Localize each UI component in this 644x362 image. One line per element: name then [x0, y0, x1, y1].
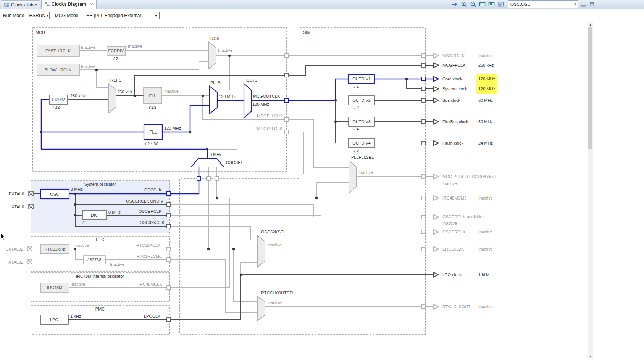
sim-port-flash-clock[interactable]: [421, 141, 425, 145]
outdiv2-label: OUTDIV2: [352, 98, 371, 103]
pllfllsel-mux[interactable]: [349, 161, 357, 193]
output-value-pllfll-clock: Inactive: [442, 181, 457, 186]
output-value-system-clock: 120 MHz: [478, 87, 495, 91]
diagram-canvas[interactable]: MCG SIM System oscillator RTC IRC48M int…: [3, 22, 593, 359]
port-lpoclk[interactable]: [167, 318, 171, 322]
arrow-erclk32k: [433, 247, 439, 252]
pll-out-value: 120 MHz: [164, 126, 181, 130]
vertical-scrollbar[interactable]: ▲ ▼: [588, 22, 593, 359]
sim-port-erclk32k[interactable]: [421, 247, 425, 251]
extal32-pin[interactable]: [28, 247, 32, 251]
xtal0-label: XTAL0: [11, 204, 24, 209]
sim-port-flexbus-clock[interactable]: [421, 120, 425, 124]
port-mcgoutclk[interactable]: [285, 98, 289, 102]
output-label-rtc-clkout: RTC_CLKOUT: [442, 304, 470, 309]
zoom-in-icon[interactable]: [460, 1, 468, 8]
pllfllsel-status: Inactive: [358, 170, 373, 175]
arrow-flash-clock: [433, 141, 439, 146]
clks-mux[interactable]: [244, 84, 252, 118]
port-oscclk[interactable]: [167, 192, 171, 196]
sim-port-irc48mclk[interactable]: [421, 196, 425, 200]
tab-label: Clocks Diagram: [52, 2, 86, 7]
sim-port-bus-clock[interactable]: [421, 98, 425, 102]
oscsel-out-value: 8 MHz: [210, 152, 222, 157]
port-mcgpllclk[interactable]: [285, 130, 289, 134]
port-osc32kclk[interactable]: [167, 224, 171, 228]
element-search-combo[interactable]: OSC.OSC ▾: [508, 0, 578, 8]
run-mode-select[interactable]: HSRUN ▾: [27, 12, 50, 19]
maximize-view-icon[interactable]: [588, 1, 595, 8]
output-value-core-clock: 120 MHz: [478, 77, 495, 81]
port-oscerclk-undiv[interactable]: [167, 203, 171, 206]
lpoclk-label: LPOCLK: [144, 314, 161, 319]
mcgoutclk-label: MCGOUTCLK: [253, 94, 280, 98]
port-oscsel-irc48m[interactable]: [215, 177, 219, 180]
oscclk-label: OSCCLK: [144, 188, 162, 192]
port-rtc32kclk[interactable]: [167, 247, 171, 251]
port-oscerclk[interactable]: [167, 213, 171, 217]
mcg-mode-select[interactable]: PEE (PLL Engaged External) ▾: [81, 12, 160, 19]
show-details-icon[interactable]: [497, 1, 504, 8]
tab-clocks-diagram[interactable]: Clocks Diagram ✕: [41, 0, 97, 9]
osc32kclk-label: OSC32KCLK: [140, 220, 165, 225]
minimize-view-icon[interactable]: [580, 1, 587, 8]
mcgoutclk-value: 120 MHz: [252, 102, 269, 106]
zoom-original-icon[interactable]: [487, 1, 495, 8]
fast-irclk-label: FAST_IRCLK: [45, 48, 71, 53]
chevron-down-icon[interactable]: ▾: [572, 2, 578, 6]
xtal0-pin[interactable]: [29, 204, 33, 209]
irefs-mux[interactable]: [108, 84, 116, 113]
sim-port-oscerclk[interactable]: [421, 230, 425, 234]
tab-clocks-table[interactable]: Clocks Table: [1, 0, 40, 9]
tab-label: Clocks Table: [11, 2, 37, 8]
sim-port-core-clock[interactable]: [421, 77, 425, 81]
sim-port-pllfll-clock[interactable]: [421, 175, 425, 179]
oscsel-mux[interactable]: [191, 159, 224, 167]
port-rtc1hzclk[interactable]: [167, 258, 171, 262]
output-label-flash-clock: Flash clock: [442, 141, 464, 145]
pmc-group-title: PMC: [95, 307, 105, 311]
rtcclkoutsel-mux[interactable]: [257, 296, 265, 321]
scrollbar-thumb[interactable]: [588, 27, 592, 149]
port-oscsel-osc[interactable]: [197, 177, 201, 180]
arrow-mcgirclk: [433, 53, 439, 58]
osc32ksel-label: OSC32KSEL: [261, 230, 286, 234]
rtc-group-title: RTC: [96, 237, 104, 242]
mouse-cursor: [0, 233, 5, 242]
plls-mux[interactable]: [210, 86, 217, 114]
sim-port-mcgirclk[interactable]: [421, 54, 425, 58]
osc-div-label: DIV: [91, 213, 98, 217]
goto-element-icon[interactable]: [451, 1, 458, 8]
div32768-status: Inactive: [110, 262, 124, 267]
output-value-flash-clock: 24 MHz: [478, 141, 493, 145]
search-value: OSC.OSC: [508, 2, 572, 6]
ircs-mux[interactable]: [208, 42, 216, 69]
port-mcgfllclk[interactable]: [285, 117, 289, 121]
frdiv-out-value: 250 kHz: [70, 93, 86, 98]
sim-port-system-clock[interactable]: [421, 87, 425, 91]
zoom-fit-icon[interactable]: [478, 1, 486, 8]
sim-port-rtc-clkout[interactable]: [421, 305, 425, 309]
extal0-pin[interactable]: [29, 191, 33, 196]
arrow-irc48mclk: [433, 196, 439, 201]
output-value-mcgirclk: Inactive: [478, 53, 493, 58]
osc-div-out-value: 8 MHz: [108, 210, 121, 214]
scroll-up-icon[interactable]: ▲: [588, 22, 593, 27]
port-oscsel-rtc[interactable]: [207, 177, 210, 180]
scroll-down-icon[interactable]: ▼: [588, 354, 593, 359]
port-mcgffclk[interactable]: [285, 73, 289, 77]
output-value-lpo-clock: 1 kHz: [478, 272, 489, 277]
tab-close-icon[interactable]: ✕: [90, 2, 93, 6]
fcrdiv-divider: / 2: [113, 56, 118, 61]
sim-port-mcgffclk[interactable]: [421, 63, 425, 67]
arrow-mcgffclk: [433, 63, 439, 68]
port-irc48mclk[interactable]: [167, 286, 171, 290]
extal0-label: EXTAL0: [9, 191, 24, 196]
zoom-out-icon[interactable]: [469, 1, 477, 8]
output-value-flexbus-clock: 30 MHz: [478, 119, 493, 124]
xtal32-pin[interactable]: [28, 260, 32, 264]
osc32ksel-mux[interactable]: [257, 235, 265, 267]
sim-port-oscerclk-undivided[interactable]: [421, 215, 425, 219]
port-mcgirclk[interactable]: [285, 54, 289, 58]
mode-bar: Run Mode HSRUN ▾ | MCG Mode PEE (PLL Eng…: [0, 10, 644, 21]
